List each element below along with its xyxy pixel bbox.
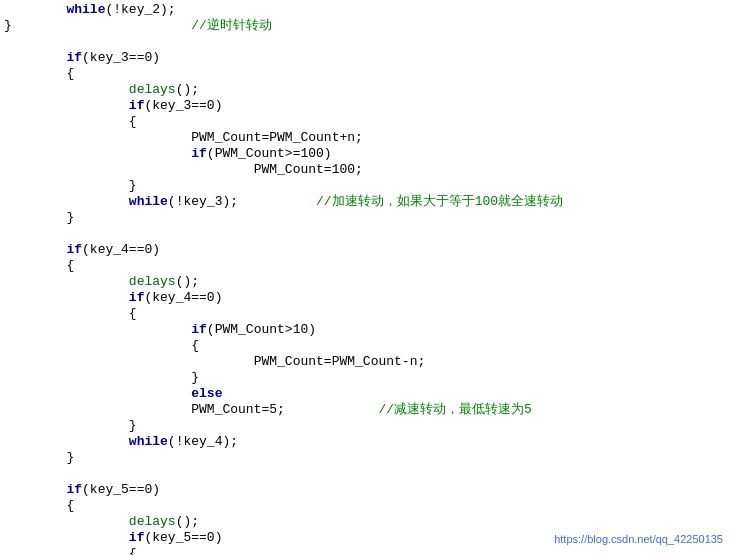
code-token xyxy=(4,434,129,449)
code-token xyxy=(4,402,191,417)
line-content: PWM_Count=PWM_Count-n; xyxy=(0,354,731,370)
line-content: { xyxy=(0,546,731,555)
code-token xyxy=(4,2,66,17)
code-token: { xyxy=(4,258,74,273)
code-line: PWM_Count=PWM_Count+n; xyxy=(0,130,731,146)
code-token xyxy=(4,514,129,529)
code-token xyxy=(4,274,129,289)
line-content: if(key_3==0) xyxy=(0,50,731,66)
line-content: while(!key_4); xyxy=(0,434,731,450)
line-content: } xyxy=(0,450,731,466)
line-content: PWM_Count=5; //减速转动，最低转速为5 xyxy=(0,402,731,418)
line-content: if(key_5==0) xyxy=(0,482,731,498)
code-token: (!key_4); xyxy=(168,434,238,449)
code-line: { xyxy=(0,546,731,555)
code-token: { xyxy=(4,306,137,321)
line-content: } xyxy=(0,210,731,226)
line-content: delays(); xyxy=(0,514,731,530)
line-content: PWM_Count=100; xyxy=(0,162,731,178)
code-line: if(key_4==0) xyxy=(0,242,731,258)
code-line: while(!key_4); xyxy=(0,434,731,450)
code-token: (PWM_Count>10) xyxy=(207,322,316,337)
code-token: { xyxy=(4,66,74,81)
line-content: else xyxy=(0,386,731,402)
code-token: } xyxy=(4,210,74,225)
code-line: } //逆时针转动 xyxy=(0,18,731,34)
code-line: { xyxy=(0,338,731,354)
line-content: { xyxy=(0,306,731,322)
line-content: delays(); xyxy=(0,82,731,98)
code-token: delays xyxy=(129,514,176,529)
code-token: } xyxy=(4,370,199,385)
code-token: (key_5==0) xyxy=(144,530,222,545)
line-content xyxy=(0,34,731,50)
code-token xyxy=(4,130,191,145)
code-token: (key_3==0) xyxy=(144,98,222,113)
line-content: PWM_Count=PWM_Count+n; xyxy=(0,130,731,146)
code-token: if xyxy=(66,242,82,257)
line-content: } xyxy=(0,370,731,386)
code-token: while xyxy=(129,194,168,209)
code-token xyxy=(4,354,254,369)
code-token xyxy=(4,530,129,545)
code-line: { xyxy=(0,114,731,130)
code-line: else xyxy=(0,386,731,402)
line-content xyxy=(0,226,731,242)
line-content: if(PWM_Count>10) xyxy=(0,322,731,338)
code-area: while(!key_2);} //逆时针转动 if(key_3==0) { d… xyxy=(0,0,731,555)
code-line: } xyxy=(0,418,731,434)
code-token xyxy=(4,50,66,65)
code-line: } xyxy=(0,370,731,386)
code-token: } xyxy=(4,18,12,33)
code-token: if xyxy=(129,290,145,305)
code-token: (key_5==0) xyxy=(82,482,160,497)
code-token: delays xyxy=(129,82,176,97)
code-line: if(key_4==0) xyxy=(0,290,731,306)
code-line: while(!key_2); xyxy=(0,2,731,18)
code-token: //逆时针转动 xyxy=(12,18,272,33)
line-content: } //逆时针转动 xyxy=(0,18,731,34)
code-token xyxy=(4,482,66,497)
code-line: delays(); xyxy=(0,82,731,98)
line-content: delays(); xyxy=(0,274,731,290)
code-token xyxy=(4,386,191,401)
code-token xyxy=(4,146,191,161)
code-token: PWM_Count=100; xyxy=(254,162,363,177)
code-line: PWM_Count=5; //减速转动，最低转速为5 xyxy=(0,402,731,418)
line-content: } xyxy=(0,178,731,194)
code-token: //减速转动，最低转速为5 xyxy=(285,402,532,417)
code-token: } xyxy=(4,450,74,465)
code-token: { xyxy=(4,498,74,513)
code-token xyxy=(4,242,66,257)
code-token: if xyxy=(66,50,82,65)
code-token: (); xyxy=(176,82,199,97)
line-content: { xyxy=(0,66,731,82)
code-token: (key_3==0) xyxy=(82,50,160,65)
line-content: while(!key_2); xyxy=(0,2,731,18)
code-token: if xyxy=(129,98,145,113)
line-content: if(PWM_Count>=100) xyxy=(0,146,731,162)
code-token xyxy=(4,82,129,97)
code-token: (PWM_Count>=100) xyxy=(207,146,332,161)
line-content: { xyxy=(0,498,731,514)
code-token: while xyxy=(66,2,105,17)
line-content: if(key_3==0) xyxy=(0,98,731,114)
code-token: (key_4==0) xyxy=(144,290,222,305)
code-line: if(PWM_Count>=100) xyxy=(0,146,731,162)
line-content: while(!key_3); //加速转动，如果大于等于100就全速转动 xyxy=(0,194,731,210)
code-token: PWM_Count=5; xyxy=(191,402,285,417)
code-line: if(key_5==0) xyxy=(0,482,731,498)
code-token: if xyxy=(66,482,82,497)
code-token: //加速转动，如果大于等于100就全速转动 xyxy=(238,194,563,209)
code-token: { xyxy=(4,114,137,129)
code-line: } xyxy=(0,210,731,226)
code-line: { xyxy=(0,66,731,82)
line-content: } xyxy=(0,418,731,434)
code-token: delays xyxy=(129,274,176,289)
line-content: { xyxy=(0,114,731,130)
code-line: { xyxy=(0,498,731,514)
line-content: if(key_4==0) xyxy=(0,242,731,258)
code-token: if xyxy=(191,322,207,337)
code-token: if xyxy=(191,146,207,161)
code-line: if(key_3==0) xyxy=(0,98,731,114)
